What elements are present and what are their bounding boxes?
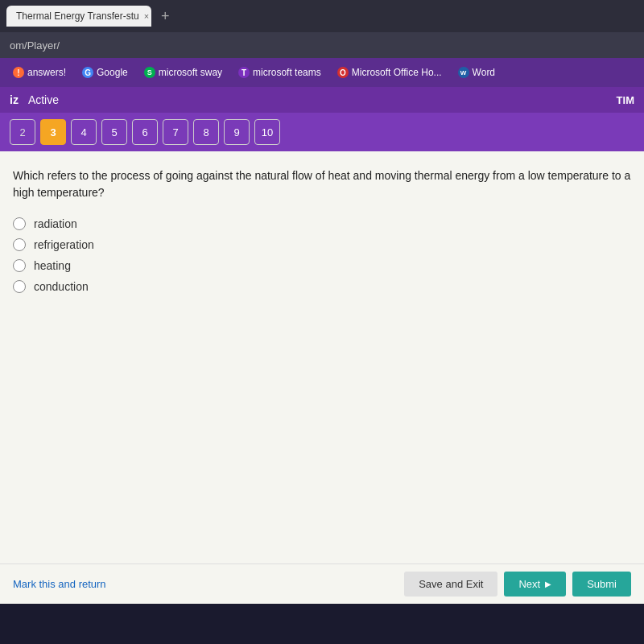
option-radiation[interactable]: radiation <box>13 217 631 230</box>
question-number-5[interactable]: 5 <box>101 119 127 145</box>
question-number-6[interactable]: 6 <box>132 119 158 145</box>
option-label: conduction <box>34 280 89 293</box>
mark-return-button[interactable]: Mark this and return <box>13 578 106 590</box>
tab-close-button[interactable]: × <box>144 11 149 21</box>
address-text: om/Player/ <box>10 39 60 52</box>
tab-bar: Thermal Energy Transfer-stu × + <box>6 5 176 28</box>
options-list: radiation refrigeration heating conducti… <box>13 217 631 293</box>
question-number-7[interactable]: 7 <box>163 119 188 145</box>
radio-heating[interactable] <box>13 259 26 272</box>
save-exit-button[interactable]: Save and Exit <box>404 572 497 597</box>
submit-button[interactable]: Submi <box>572 572 631 597</box>
bookmark-office[interactable]: O Microsoft Office Ho... <box>331 64 448 81</box>
bookmark-word[interactable]: W Word <box>452 64 502 81</box>
bookmark-label: microsoft teams <box>253 67 321 78</box>
answers-icon: ! <box>13 67 24 78</box>
new-tab-button[interactable]: + <box>155 5 176 28</box>
radio-conduction[interactable] <box>13 280 26 293</box>
option-label: radiation <box>34 217 77 230</box>
teams-icon: T <box>238 67 250 78</box>
question-number-10[interactable]: 10 <box>254 119 280 145</box>
question-number-2[interactable]: 2 <box>10 119 35 145</box>
quiz-header: iz Active TIM <box>0 87 644 113</box>
bookmark-label: answers! <box>27 67 66 78</box>
sway-icon: S <box>144 67 155 78</box>
option-heating[interactable]: heating <box>13 259 631 272</box>
google-icon: G <box>82 67 93 78</box>
bookmark-label: Microsoft Office Ho... <box>352 67 442 78</box>
option-label: heating <box>34 259 71 272</box>
bookmarks-bar: ! answers! G Google S microsoft sway T m… <box>0 58 644 87</box>
browser-chrome: Thermal Energy Transfer-stu × + <box>0 0 644 32</box>
active-tab[interactable]: Thermal Energy Transfer-stu × <box>6 6 151 27</box>
option-conduction[interactable]: conduction <box>13 280 631 293</box>
bottom-right-buttons: Save and Exit Next Submi <box>404 572 631 597</box>
option-refrigeration[interactable]: refrigeration <box>13 238 631 251</box>
main-content: iz Active TIM 2 3 4 5 6 7 8 9 10 Which r… <box>0 87 644 604</box>
bookmark-sway[interactable]: S microsoft sway <box>138 64 229 81</box>
quiz-status: Active <box>28 93 59 106</box>
timer-label: TIM <box>617 94 634 106</box>
question-number-4[interactable]: 4 <box>71 119 97 145</box>
question-navigation: 2 3 4 5 6 7 8 9 10 <box>0 113 644 151</box>
tab-title: Thermal Energy Transfer-stu <box>16 10 139 22</box>
question-text: Which refers to the process of going aga… <box>13 167 631 201</box>
bookmark-label: Word <box>473 67 495 78</box>
question-number-3[interactable]: 3 <box>40 119 66 145</box>
radio-refrigeration[interactable] <box>13 238 26 251</box>
content-area: Which refers to the process of going aga… <box>0 151 644 564</box>
office-icon: O <box>337 67 349 78</box>
next-button[interactable]: Next <box>504 572 566 597</box>
question-number-8[interactable]: 8 <box>193 119 219 145</box>
radio-radiation[interactable] <box>13 217 26 230</box>
bookmark-label: microsoft sway <box>159 67 222 78</box>
address-bar[interactable]: om/Player/ <box>0 32 644 58</box>
bookmark-teams[interactable]: T microsoft teams <box>232 64 328 81</box>
bookmark-answers[interactable]: ! answers! <box>6 64 72 81</box>
bookmark-label: Google <box>97 67 128 78</box>
option-label: refrigeration <box>34 238 94 251</box>
question-number-9[interactable]: 9 <box>224 119 250 145</box>
bottom-bar: Mark this and return Save and Exit Next … <box>0 564 644 604</box>
quiz-label: iz <box>10 93 19 106</box>
word-icon: W <box>458 67 469 78</box>
bookmark-google[interactable]: G Google <box>76 64 134 81</box>
